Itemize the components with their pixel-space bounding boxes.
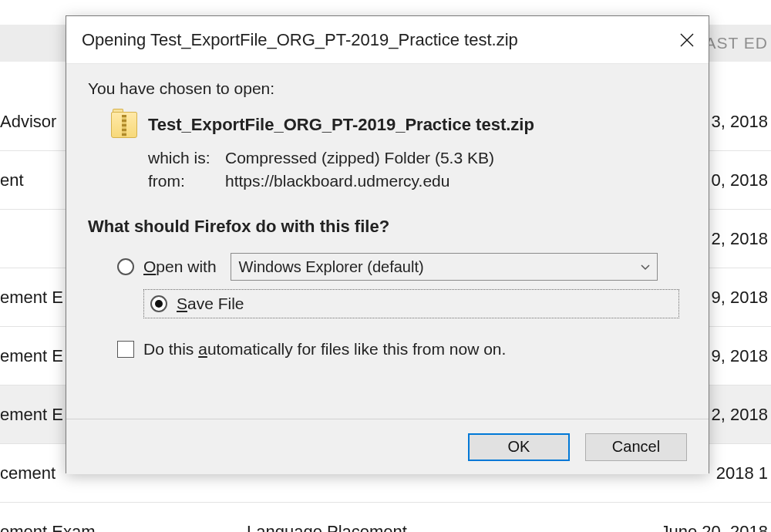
auto-checkbox[interactable] (117, 341, 134, 358)
close-icon (680, 33, 694, 47)
save-file-focus-frame: Save File (143, 289, 679, 318)
ok-button[interactable]: OK (468, 433, 570, 461)
table-cell: cement (0, 463, 56, 483)
save-file-radio[interactable] (150, 295, 167, 312)
table-cell: ement E (0, 405, 63, 425)
from-value: https://blackboard.udmercy.edu (225, 172, 449, 190)
bg-header-lastedited: AST ED (705, 34, 771, 52)
which-is-value: Compressed (zipped) Folder (5.3 KB) (225, 149, 494, 167)
chosen-text: You have chosen to open: (88, 79, 687, 98)
table-cell: 2, 2018 (712, 229, 768, 249)
open-with-app-select[interactable]: Windows Explorer (default) (231, 253, 658, 281)
zip-folder-icon (111, 109, 137, 141)
table-cell: Advisor (0, 112, 56, 132)
table-cell: ement E (0, 288, 63, 308)
dialog-titlebar: Opening Test_ExportFile_ORG_PT-2019_Prac… (66, 16, 709, 64)
auto-label[interactable]: Do this automatically for files like thi… (143, 340, 506, 359)
from-label: from: (148, 172, 225, 190)
save-file-label[interactable]: Save File (177, 295, 244, 313)
auto-row: Do this automatically for files like thi… (117, 340, 687, 359)
table-cell: 0, 2018 (712, 170, 768, 190)
open-with-row: Open with Windows Explorer (default) (117, 249, 687, 285)
table-cell: 2, 2018 (712, 405, 768, 425)
open-with-label[interactable]: Open with (143, 258, 217, 276)
which-is-label: which is: (148, 149, 225, 167)
dialog-title: Opening Test_ExportFile_ORG_PT-2019_Prac… (82, 30, 665, 50)
table-cell: Language Placement (247, 522, 407, 533)
table-cell: 3, 2018 (712, 112, 768, 132)
from-row: from: https://blackboard.udmercy.edu (148, 172, 687, 190)
dialog-footer: OK Cancel (66, 419, 709, 474)
table-cell: 2018 1 (716, 463, 768, 483)
table-cell: ent (0, 170, 24, 190)
open-with-app-value: Windows Explorer (default) (239, 258, 424, 276)
filename: Test_ExportFile_ORG_PT-2019_Practice tes… (148, 115, 534, 135)
file-line: Test_ExportFile_ORG_PT-2019_Practice tes… (111, 109, 687, 141)
table-cell: June 20, 2018 (661, 522, 768, 533)
action-question: What should Firefox do with this file? (88, 217, 687, 237)
cancel-button[interactable]: Cancel (585, 433, 687, 461)
download-dialog: Opening Test_ExportFile_ORG_PT-2019_Prac… (66, 15, 709, 473)
table-row[interactable]: ement ExamLanguage PlacementJune 20, 201… (0, 503, 771, 532)
chevron-down-icon (640, 261, 651, 272)
table-cell: 9, 2018 (712, 288, 768, 308)
table-cell: ement E (0, 346, 63, 366)
open-with-radio[interactable] (117, 258, 134, 275)
table-cell: ement Exam (0, 522, 96, 533)
dialog-body: You have chosen to open: Test_ExportFile… (66, 64, 709, 474)
table-cell: 9, 2018 (712, 346, 768, 366)
which-is-row: which is: Compressed (zipped) Folder (5.… (148, 149, 687, 167)
close-button[interactable] (665, 16, 709, 64)
